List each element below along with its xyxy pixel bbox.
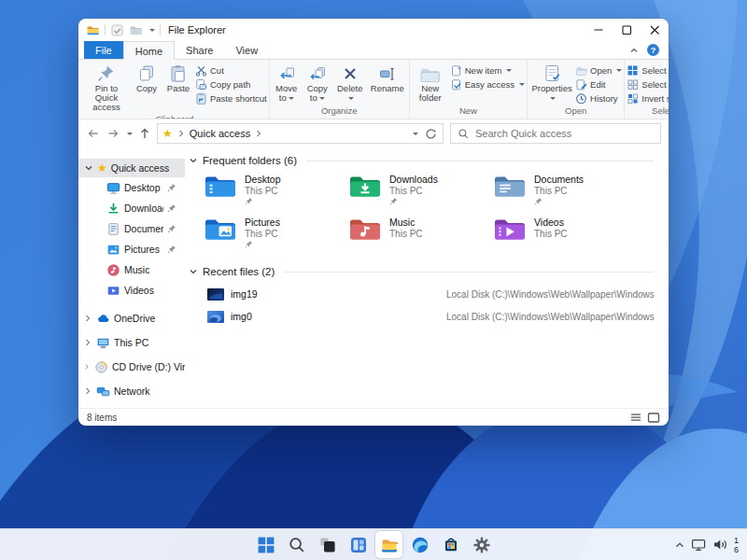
chevron-right-icon[interactable] <box>83 386 92 396</box>
edit-button[interactable]: Edit <box>575 78 622 91</box>
new-item-icon <box>450 64 462 77</box>
task-view-button[interactable] <box>314 531 341 558</box>
group-label-clipboard: Clipboard <box>82 113 267 119</box>
paste-shortcut-button[interactable]: Paste shortcut <box>195 92 267 105</box>
chevron-right-icon[interactable] <box>83 362 91 371</box>
select-none-button[interactable]: Select none <box>627 78 669 91</box>
paste-button[interactable]: Paste <box>162 62 194 94</box>
chevron-down-icon[interactable] <box>84 163 93 173</box>
sidebar-item-pictures[interactable]: Pictures <box>78 239 185 259</box>
widgets-button[interactable] <box>345 531 372 558</box>
music-icon <box>106 263 120 277</box>
cut-button[interactable]: Cut <box>195 64 267 77</box>
address-bar[interactable]: ★ Quick access <box>157 123 444 144</box>
sidebar-item-quick-access[interactable]: ★ Quick access <box>78 159 185 177</box>
volume-icon[interactable] <box>712 537 728 553</box>
tab-view[interactable]: View <box>224 41 269 59</box>
tray-chevron-up-icon[interactable] <box>674 539 685 551</box>
network-tray-icon[interactable] <box>691 537 707 553</box>
breadcrumb-quick-access[interactable]: Quick access <box>190 128 250 139</box>
sidebar-item-downloads[interactable]: Downloads <box>78 198 185 218</box>
sidebar-item-this-pc[interactable]: This PC <box>78 330 185 355</box>
history-button[interactable]: History <box>575 92 622 105</box>
folder-tile-documents[interactable]: Documents This PC <box>493 173 638 210</box>
sidebar-item-cd-drive[interactable]: CD Drive (D:) Virtuall <box>78 355 185 379</box>
ribbon-group-organize: Move to Copy to Delete Rename O <box>270 60 410 119</box>
qat-new-folder-icon[interactable] <box>129 23 143 37</box>
properties-button[interactable]: Properties <box>529 62 574 104</box>
delete-button[interactable]: Delete <box>333 62 367 104</box>
copy-button[interactable]: Copy <box>132 62 162 94</box>
image-thumbnail <box>207 288 224 301</box>
sidebar-item-music[interactable]: Music <box>78 259 185 280</box>
widgets-icon <box>349 536 368 554</box>
qat-customize-arrow-icon[interactable] <box>149 29 155 32</box>
collapse-ribbon-icon[interactable] <box>629 46 639 55</box>
close-button[interactable] <box>641 19 669 41</box>
rename-button[interactable]: Rename <box>368 62 407 94</box>
breadcrumb-chevron-icon[interactable] <box>176 129 186 138</box>
divider <box>284 272 654 273</box>
recent-locations-arrow-icon[interactable] <box>127 133 133 135</box>
select-all-button[interactable]: Select all <box>627 64 669 77</box>
start-button[interactable] <box>252 531 279 558</box>
breadcrumb-chevron-icon[interactable] <box>254 129 263 138</box>
tab-share[interactable]: Share <box>175 41 224 59</box>
folder-tile-pictures[interactable]: Pictures This PC <box>204 216 348 253</box>
tab-file[interactable]: File <box>84 41 123 59</box>
sidebar-item-documents[interactable]: Documents <box>78 218 185 239</box>
copy-path-button[interactable]: Copy path <box>195 78 267 91</box>
sidebar-item-onedrive[interactable]: OneDrive <box>78 306 185 330</box>
thumbnail-view-button[interactable] <box>647 412 660 424</box>
minimize-button[interactable] <box>585 19 613 41</box>
pin-icon <box>167 183 176 192</box>
back-button[interactable] <box>86 126 101 141</box>
select-all-icon <box>627 64 639 77</box>
paste-shortcut-icon <box>195 92 207 105</box>
maximize-button[interactable] <box>613 19 641 41</box>
pin-to-quick-access-button[interactable]: Pin to Quick access <box>82 62 131 113</box>
microsoft-store-button[interactable] <box>437 531 464 558</box>
section-recent-files[interactable]: Recent files (2) <box>189 266 654 277</box>
help-icon[interactable]: ? <box>647 44 659 56</box>
move-to-button[interactable]: Move to <box>272 62 302 104</box>
pin-icon <box>245 240 253 248</box>
chevron-right-icon[interactable] <box>83 314 92 323</box>
settings-button[interactable] <box>468 531 495 558</box>
file-row-img19[interactable]: img19 Local Disk (C:)\Windows\Web\Wallpa… <box>207 283 669 305</box>
folder-tile-downloads[interactable]: Downloads This PC <box>348 173 493 210</box>
invert-selection-button[interactable]: Invert selection <box>627 92 669 105</box>
edge-button[interactable] <box>406 531 433 558</box>
up-button[interactable] <box>137 126 152 141</box>
pin-icon <box>167 245 176 254</box>
chevron-right-icon[interactable] <box>83 338 92 347</box>
taskbar: 1 6 <box>0 528 747 560</box>
copy-to-button[interactable]: Copy to <box>303 62 332 104</box>
sidebar-item-network[interactable]: Network <box>78 379 185 403</box>
forward-button[interactable] <box>106 126 120 141</box>
tab-home[interactable]: Home <box>123 41 175 60</box>
easy-access-button[interactable]: Easy access <box>450 78 525 91</box>
list-view-button[interactable] <box>629 412 642 424</box>
sidebar-item-desktop[interactable]: Desktop <box>78 177 185 198</box>
new-folder-button[interactable]: New folder <box>412 62 449 104</box>
taskbar-clock[interactable]: 1 6 <box>734 536 743 554</box>
sidebar-item-videos[interactable]: Videos <box>78 280 185 301</box>
qat-properties-icon[interactable] <box>110 23 124 37</box>
folder-tile-videos[interactable]: Videos This PC <box>493 216 638 253</box>
new-item-button[interactable]: New item <box>450 64 525 77</box>
folder-tile-music[interactable]: Music This PC <box>348 216 493 253</box>
file-explorer-button[interactable] <box>375 531 402 558</box>
taskbar-search-button[interactable] <box>283 531 310 558</box>
search-input[interactable] <box>475 128 654 139</box>
file-explorer-window: File Explorer File Home Share View ? <box>78 19 669 426</box>
folder-tile-desktop[interactable]: Desktop This PC <box>204 173 348 210</box>
system-tray: 1 6 <box>674 529 743 560</box>
network-icon <box>96 385 110 399</box>
section-frequent-folders[interactable]: Frequent folders (6) <box>189 155 654 166</box>
address-dropdown-arrow-icon[interactable] <box>413 133 418 135</box>
refresh-icon[interactable] <box>424 127 438 141</box>
open-button[interactable]: Open <box>575 64 622 77</box>
file-row-img0[interactable]: img0 Local Disk (C:)\Windows\Web\Wallpap… <box>207 305 669 328</box>
ribbon-group-new: New folder New item Easy access New <box>410 60 528 119</box>
